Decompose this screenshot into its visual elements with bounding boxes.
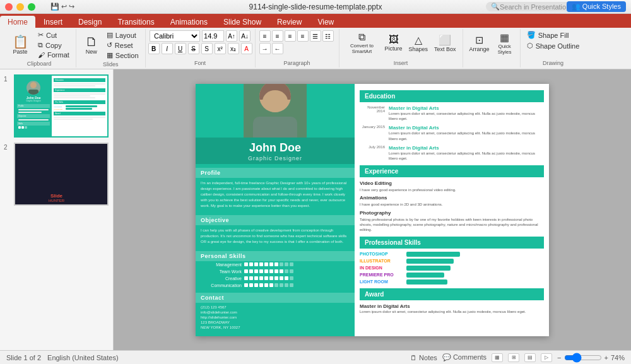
section-icon: ▦: [107, 51, 113, 59]
italic-button[interactable]: I: [162, 43, 173, 54]
slide-number-2: 2: [4, 144, 11, 151]
comments-button[interactable]: 💬 Comments: [442, 353, 487, 361]
outdent-button[interactable]: ←: [272, 43, 283, 54]
picture-button[interactable]: 🖼 Picture: [382, 33, 405, 53]
justify-button[interactable]: ≡: [297, 30, 309, 42]
tab-view[interactable]: View: [310, 16, 341, 28]
align-right-button[interactable]: ≡: [285, 30, 296, 42]
contact-email: info@slidehunter.com: [196, 310, 355, 315]
slide-thumbnail-2[interactable]: 2 Slide HUNTER: [4, 143, 109, 206]
shape-fill-button[interactable]: 🪣 Shape Fill: [524, 30, 582, 40]
dot-6: [269, 269, 273, 273]
dot-2: [249, 269, 253, 273]
quick-access-toolbar: 💾 ↩ ↪: [50, 3, 74, 11]
paragraph-group: ≡ ≡ ≡ ≡ ☰ ☷ → ← Paragraph: [256, 29, 339, 68]
slide-sorter-button[interactable]: ⊞: [508, 353, 519, 362]
bold-button[interactable]: B: [148, 43, 160, 54]
arrange-icon: ⊡: [475, 34, 483, 46]
cut-button[interactable]: ✂ Cut: [35, 30, 72, 40]
skill-name-teamwork: Team Work: [201, 269, 242, 274]
bullet-list-button[interactable]: ☰: [310, 30, 321, 42]
tab-animations[interactable]: Animations: [163, 16, 215, 28]
font-size-input[interactable]: [202, 30, 224, 42]
traffic-lights: [5, 3, 35, 11]
clipboard-label: Clipboard: [27, 59, 52, 67]
shape-outline-button[interactable]: ⬡ Shape Outline: [524, 41, 582, 50]
edu-content-2: Master in Digital Arts Lorem ipsum dolor…: [389, 125, 544, 141]
zoom-out-icon[interactable]: −: [557, 354, 561, 361]
underline-button[interactable]: U: [175, 43, 186, 54]
dot-2: [249, 283, 253, 287]
zoom-in-icon[interactable]: +: [604, 354, 608, 361]
edu-text-2: Lorem ipsum dolor sit amet, consectetur …: [389, 131, 544, 141]
person-image: [244, 84, 307, 138]
dot-4: [259, 269, 263, 273]
strikethrough-button[interactable]: S: [188, 43, 199, 54]
tab-slideshow[interactable]: Slide Show: [216, 16, 269, 28]
notes-button[interactable]: 🗒 Notes: [410, 354, 437, 361]
tab-transitions[interactable]: Transitions: [110, 16, 162, 28]
status-right-controls: 🗒 Notes 💬 Comments ▦ ⊞ ▤ ▷ − + 74%: [410, 353, 625, 363]
reset-button[interactable]: ↺ Reset: [104, 40, 141, 50]
slide-number-1: 1: [4, 76, 11, 83]
minimize-button[interactable]: [16, 3, 24, 11]
font-increase-button[interactable]: A↑: [226, 30, 237, 42]
numbered-list-button[interactable]: ☷: [322, 30, 334, 42]
layout-icon: ▤: [107, 31, 113, 39]
pro-skill-indesign: IN DESIGN: [360, 266, 544, 271]
paste-button[interactable]: 📋 Paste: [6, 34, 34, 56]
shadow-button[interactable]: S: [201, 43, 213, 54]
contact-website: http://slidehunter.com: [196, 315, 355, 320]
slideshow-button[interactable]: ▷: [541, 353, 552, 362]
font-group: Calibri A↑ A↓ B I U S S x² x₂ A Font: [146, 29, 256, 68]
clipboard-group: 📋 Paste ✂ Cut ⧉ Copy 🖌 Format Clipboard: [3, 29, 76, 68]
dot-10: [290, 262, 293, 266]
share-button[interactable]: 👥 Quick Styles: [567, 1, 626, 12]
experience-title: Experience: [360, 165, 544, 177]
indent-button[interactable]: →: [259, 43, 271, 54]
tab-review[interactable]: Review: [269, 16, 309, 28]
tab-insert[interactable]: Insert: [36, 16, 70, 28]
title-bar: 💾 ↩ ↪ 9114-single-slide-resume-template.…: [0, 0, 631, 14]
pro-skill-bar-illustrator: [406, 259, 454, 264]
mini-right-col: Education Experience Pro Skills PHOTOSHO…: [52, 76, 107, 136]
text-box-button[interactable]: ⬜ Text Box: [432, 33, 459, 54]
maximize-button[interactable]: [28, 3, 35, 11]
quick-styles-button[interactable]: ▦ Quick Styles: [493, 30, 516, 56]
zoom-slider[interactable]: [564, 353, 602, 363]
slide-thumbnail-1[interactable]: 1 John Doe Graphic Designer Profile Obje…: [4, 74, 109, 138]
format-button[interactable]: 🖌 Format: [35, 50, 72, 59]
font-decrease-button[interactable]: A↓: [239, 30, 251, 42]
convert-smartart-button[interactable]: ⧉ Convert to SmartArt: [343, 30, 381, 56]
font-color-button[interactable]: A: [241, 43, 252, 54]
tab-home[interactable]: Home: [0, 16, 35, 28]
skill-dots-management: [244, 262, 293, 266]
layout-button[interactable]: ▤ Layout: [104, 30, 141, 40]
dot-8: [280, 283, 283, 287]
insert-group: ⧉ Convert to SmartArt 🖼 Picture △ Shapes…: [339, 29, 463, 68]
superscript-button[interactable]: x₂: [228, 43, 239, 54]
align-left-button[interactable]: ≡: [259, 30, 271, 42]
tab-design[interactable]: Design: [71, 16, 109, 28]
clipboard-small-buttons: ✂ Cut ⧉ Copy 🖌 Format: [35, 30, 72, 59]
pro-skill-name-lightroom: LIGHT ROOM: [360, 279, 404, 284]
font-name-select[interactable]: Calibri: [150, 30, 200, 42]
window-title: 9114-single-slide-resume-template.pptx: [249, 3, 382, 11]
person-head: [259, 84, 291, 113]
font-label: Font: [194, 59, 206, 66]
section-button[interactable]: ▦ Section: [104, 50, 141, 60]
edu-content-1: Master in Digital Arts Lorem ipsum dolor…: [389, 105, 544, 122]
close-button[interactable]: [5, 3, 13, 11]
new-slide-button[interactable]: 🗋 New: [80, 34, 103, 56]
reading-view-button[interactable]: ▤: [524, 353, 536, 362]
dot-2: [249, 276, 253, 280]
subscript-button[interactable]: x²: [215, 43, 226, 54]
normal-view-button[interactable]: ▦: [492, 353, 503, 362]
arrange-button[interactable]: ⊡ Arrange: [467, 33, 492, 54]
exp-text-2: I have good experience in 2D and 3D anim…: [360, 202, 544, 207]
copy-button[interactable]: ⧉ Copy: [35, 40, 72, 50]
skill-management: Management: [196, 261, 355, 268]
shapes-button[interactable]: △ Shapes: [406, 33, 431, 54]
align-center-button[interactable]: ≡: [272, 30, 283, 42]
dot-7: [274, 276, 278, 280]
